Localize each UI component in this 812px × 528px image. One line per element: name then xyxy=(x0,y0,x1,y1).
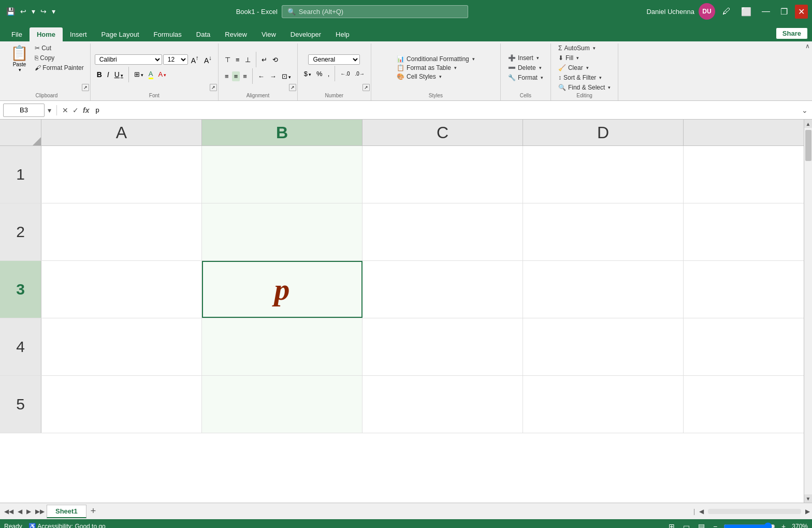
currency-button[interactable]: $▾ xyxy=(302,69,313,79)
sheet-tab-sheet1[interactable]: Sheet1 xyxy=(47,505,86,518)
save-button[interactable]: 💾 xyxy=(4,6,17,17)
minimize-button[interactable]: — xyxy=(759,5,773,18)
align-bottom-button[interactable]: ⊥ xyxy=(243,55,253,65)
conditional-formatting-button[interactable]: 📊 Conditional Formatting ▾ xyxy=(395,55,477,63)
decrease-indent-button[interactable]: ← xyxy=(256,71,267,81)
cell-C3[interactable] xyxy=(363,261,523,318)
cell-B1[interactable] xyxy=(202,146,363,203)
horizontal-scrollbar[interactable] xyxy=(708,509,801,514)
row-header-5[interactable]: 5 xyxy=(0,376,41,433)
tab-review[interactable]: Review xyxy=(218,27,254,41)
col-header-D[interactable]: D xyxy=(523,120,684,145)
cut-button[interactable]: ✂ Cut xyxy=(33,43,86,53)
font-expand[interactable]: ↗ xyxy=(210,84,217,91)
sheet-nav-first[interactable]: ◀◀ xyxy=(2,507,16,516)
merge-center-button[interactable]: ⊡▾ xyxy=(280,71,293,81)
align-middle-button[interactable]: ≡ xyxy=(234,55,242,65)
underline-button[interactable]: U▾ xyxy=(112,69,125,80)
tab-file[interactable]: File xyxy=(4,27,30,41)
scroll-up-button[interactable]: ▲ xyxy=(804,120,813,128)
expand-formula-button[interactable]: ⌄ xyxy=(801,105,809,115)
paste-button[interactable]: 📋 Paste ▾ xyxy=(7,43,32,74)
row-header-3[interactable]: 3 xyxy=(0,261,41,318)
cell-C4[interactable] xyxy=(363,318,523,375)
sheet-nav-last[interactable]: ▶▶ xyxy=(33,507,47,516)
cell-D1[interactable] xyxy=(523,146,684,203)
find-select-button[interactable]: 🔍 Find & Select ▾ xyxy=(555,83,614,92)
cell-A2[interactable] xyxy=(41,203,202,260)
row-header-4[interactable]: 4 xyxy=(0,318,41,375)
tab-page-layout[interactable]: Page Layout xyxy=(94,27,147,41)
font-name-select[interactable]: Calibri xyxy=(95,54,162,65)
format-as-table-button[interactable]: 📋 Format as Table ▾ xyxy=(395,64,459,72)
redo-button[interactable]: ↪ xyxy=(38,6,49,17)
decrease-font-button[interactable]: A↓ xyxy=(202,53,214,66)
cell-A5[interactable] xyxy=(41,376,202,433)
row-header-2[interactable]: 2 xyxy=(0,203,41,260)
share-button[interactable]: Share xyxy=(776,27,808,39)
ribbon-display-button[interactable]: 🖊 xyxy=(719,5,734,18)
expand-cell-ref-button[interactable]: ▾ xyxy=(47,105,52,115)
close-button[interactable]: ✕ xyxy=(795,5,808,19)
font-size-select[interactable]: 12 xyxy=(163,54,188,65)
decrease-decimal-button[interactable]: .0→ xyxy=(353,70,367,78)
cell-B2[interactable] xyxy=(202,203,363,260)
cell-A1[interactable] xyxy=(41,146,202,203)
clipboard-expand[interactable]: ↗ xyxy=(82,84,89,91)
page-layout-view-button[interactable]: ▭ xyxy=(681,521,692,528)
number-expand[interactable]: ↗ xyxy=(363,84,370,91)
confirm-formula-button[interactable]: ✓ xyxy=(71,105,80,115)
orientation-button[interactable]: ⟲ xyxy=(270,55,280,65)
tab-home[interactable]: Home xyxy=(30,27,63,41)
fill-button[interactable]: ⬇ Fill ▾ xyxy=(555,53,614,63)
borders-button[interactable]: ⊞▾ xyxy=(132,69,146,79)
full-screen-button[interactable]: ⬜ xyxy=(738,5,755,19)
align-center-button[interactable]: ≡ xyxy=(232,71,240,81)
cell-B3[interactable]: p xyxy=(202,261,363,318)
tab-formulas[interactable]: Formulas xyxy=(147,27,189,41)
format-cells-button[interactable]: 🔧 Format ▾ xyxy=(505,73,546,82)
horizontal-scroll-left[interactable]: ◀ xyxy=(697,507,706,516)
autosum-button[interactable]: Σ AutoSum ▾ xyxy=(555,43,614,53)
percent-button[interactable]: % xyxy=(314,69,325,79)
tab-developer[interactable]: Developer xyxy=(283,27,328,41)
comma-button[interactable]: , xyxy=(326,69,332,79)
increase-indent-button[interactable]: → xyxy=(268,71,279,81)
align-top-button[interactable]: ⊤ xyxy=(223,55,233,65)
cell-D2[interactable] xyxy=(523,203,684,260)
insert-function-button[interactable]: fx xyxy=(82,105,90,115)
increase-font-button[interactable]: A↑ xyxy=(189,53,201,66)
cell-C5[interactable] xyxy=(363,376,523,433)
cell-D5[interactable] xyxy=(523,376,684,433)
col-header-A[interactable]: A xyxy=(41,120,202,145)
cell-A4[interactable] xyxy=(41,318,202,375)
cell-D4[interactable] xyxy=(523,318,684,375)
zoom-slider[interactable] xyxy=(723,522,775,528)
ribbon-collapse-button[interactable]: ∧ xyxy=(805,42,810,50)
format-painter-button[interactable]: 🖌 Format Painter xyxy=(33,63,86,72)
increase-decimal-button[interactable]: ←.0 xyxy=(338,70,352,78)
page-break-view-button[interactable]: ▤ xyxy=(696,521,707,528)
cancel-formula-button[interactable]: ✕ xyxy=(61,105,69,115)
undo-button[interactable]: ↩ xyxy=(18,6,28,17)
search-input[interactable] xyxy=(299,8,454,16)
align-left-button[interactable]: ≡ xyxy=(223,71,231,81)
font-color-button[interactable]: A▾ xyxy=(156,69,169,79)
col-header-B[interactable]: B xyxy=(202,120,363,145)
cell-C1[interactable] xyxy=(363,146,523,203)
sort-filter-button[interactable]: ↕ Sort & Filter ▾ xyxy=(555,73,614,82)
tab-insert[interactable]: Insert xyxy=(63,27,94,41)
sheet-nav-next[interactable]: ▶ xyxy=(24,507,33,516)
customize-button[interactable]: ▾ xyxy=(50,6,57,17)
insert-cells-button[interactable]: ➕ Insert ▾ xyxy=(505,53,546,63)
tab-data[interactable]: Data xyxy=(189,27,218,41)
tab-help[interactable]: Help xyxy=(328,27,357,41)
cell-styles-button[interactable]: 🎨 Cell Styles ▾ xyxy=(395,72,444,81)
cell-B4[interactable] xyxy=(202,318,363,375)
horizontal-scroll-right[interactable]: ▶ xyxy=(803,507,812,516)
align-right-button[interactable]: ≡ xyxy=(241,71,249,81)
search-box[interactable]: 🔍 xyxy=(282,5,468,18)
copy-button[interactable]: ⎘ Copy xyxy=(33,53,86,63)
bold-button[interactable]: B xyxy=(95,69,104,80)
normal-view-button[interactable]: ⊞ xyxy=(666,521,677,528)
